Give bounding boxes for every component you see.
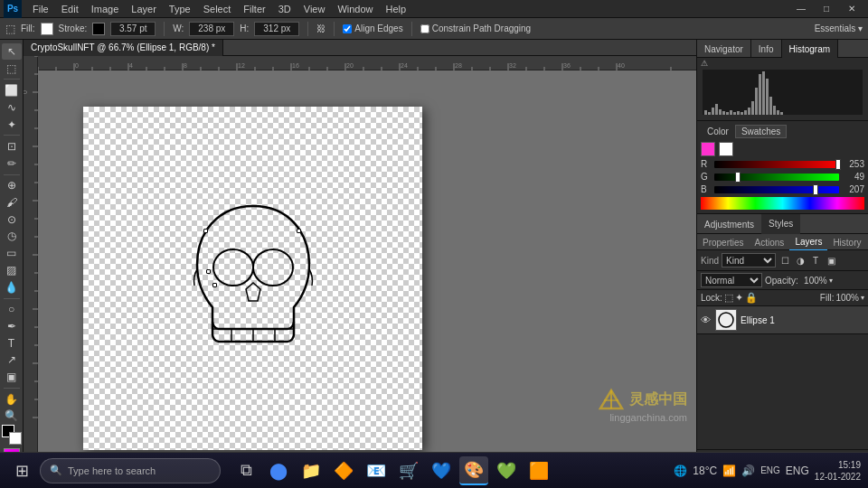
background-color-indicator[interactable]	[719, 142, 733, 156]
taskbar-app-photoshop[interactable]: 🎨	[459, 456, 488, 485]
taskbar-app-orange[interactable]: 🟧	[524, 456, 553, 485]
taskbar-app-explorer[interactable]: 📁	[297, 456, 326, 485]
close-button[interactable]: ✕	[839, 0, 864, 18]
taskbar-app-mail[interactable]: 📧	[362, 456, 391, 485]
tab-layers[interactable]: Layers	[789, 234, 827, 250]
foreground-color-indicator[interactable]	[701, 142, 715, 156]
crop-tool[interactable]: ⊡	[2, 138, 22, 155]
minimize-button[interactable]: —	[788, 0, 814, 18]
clone-tool[interactable]: ⊙	[2, 211, 22, 228]
menu-3d[interactable]: 3D	[273, 0, 297, 18]
active-document-tab[interactable]: CryptoSkullNFT @ 66.7% (Ellipse 1, RGB/8…	[24, 40, 223, 56]
separator-2	[307, 22, 308, 36]
eyedropper-tool[interactable]: ✏	[2, 155, 22, 172]
taskbar-app-task-view[interactable]: ⧉	[231, 456, 260, 485]
gradient-tool[interactable]: ▨	[2, 262, 22, 278]
blend-mode-select[interactable]: Normal	[701, 273, 762, 287]
date-display: 12-01-2022	[815, 471, 861, 483]
pen-tool[interactable]: ✒	[2, 318, 22, 334]
taskbar-app-firefox[interactable]: 🔶	[329, 456, 358, 485]
menu-file[interactable]: File	[27, 0, 54, 18]
color-sliders: R 253 G 49	[701, 159, 864, 194]
menu-image[interactable]: Image	[86, 0, 125, 18]
zoom-tool[interactable]: 🔍	[2, 408, 22, 424]
tab-history[interactable]: History	[827, 234, 866, 250]
lock-all-btn[interactable]: 🔒	[745, 292, 758, 304]
menu-layer[interactable]: Layer	[126, 0, 162, 18]
lock-position-btn[interactable]: ✦	[735, 292, 743, 304]
b-label: B	[701, 184, 712, 194]
menu-edit[interactable]: Edit	[56, 0, 84, 18]
maximize-button[interactable]: □	[814, 0, 839, 18]
taskbar-app-blue[interactable]: 💙	[427, 456, 456, 485]
magic-wand-tool[interactable]: ✦	[2, 117, 22, 133]
color-spectrum[interactable]	[701, 197, 864, 210]
essentials-label: Essentials ▾	[815, 23, 863, 33]
filter-shape-btn[interactable]: ▣	[825, 254, 837, 267]
tab-swatches[interactable]: Swatches	[735, 125, 787, 138]
g-slider[interactable]	[714, 174, 839, 181]
path-point-4[interactable]	[297, 229, 301, 233]
tab-color[interactable]: Color	[701, 125, 735, 138]
dodge-tool[interactable]: ○	[2, 301, 22, 317]
menu-view[interactable]: View	[298, 0, 331, 18]
lasso-tool[interactable]: ∿	[2, 99, 22, 116]
menu-help[interactable]: Help	[381, 0, 412, 18]
tab-actions[interactable]: Actions	[750, 234, 790, 250]
path-point-3[interactable]	[212, 283, 217, 287]
layer-visibility-icon[interactable]: 👁	[701, 314, 712, 325]
constrain-path-option[interactable]: Constrain Path Dragging	[420, 23, 532, 33]
healing-tool[interactable]: ⊕	[2, 177, 22, 193]
fill-value: 100%	[835, 293, 859, 303]
tab-properties[interactable]: Properties	[697, 234, 750, 250]
path-tool[interactable]: ↗	[2, 352, 22, 368]
layer-item-ellipse1[interactable]: 👁 Ellipse 1	[697, 306, 868, 334]
stroke-color-swatch[interactable]	[92, 23, 105, 35]
background-color[interactable]	[9, 432, 22, 445]
width-input[interactable]	[189, 22, 234, 36]
search-icon: 🔍	[50, 465, 62, 476]
menu-select[interactable]: Select	[198, 0, 237, 18]
stroke-size-input[interactable]	[110, 22, 156, 36]
artboard-tool[interactable]: ⬚	[2, 61, 22, 77]
menu-type[interactable]: Type	[164, 0, 196, 18]
text-tool[interactable]: T	[2, 335, 22, 352]
path-point-1[interactable]	[203, 229, 208, 233]
taskbar-app-store[interactable]: 🛒	[394, 456, 423, 485]
filter-pixel-btn[interactable]: ☐	[778, 254, 791, 267]
filter-type-btn[interactable]: T	[809, 254, 822, 267]
kind-select[interactable]: Kind	[722, 253, 776, 267]
brush-tool[interactable]: 🖌	[2, 194, 22, 211]
taskbar-app-green[interactable]: 💚	[492, 456, 521, 485]
b-slider[interactable]	[714, 186, 839, 193]
fill-section: Fill: 100% ▾	[820, 293, 864, 303]
taskbar-app-chrome[interactable]: ⬤	[264, 456, 293, 485]
height-input[interactable]	[254, 22, 299, 36]
opacity-row: Opacity: 100% ▾	[765, 276, 833, 286]
tab-styles[interactable]: Styles	[761, 214, 800, 234]
hand-tool[interactable]: ✋	[2, 391, 22, 408]
separator-1	[164, 22, 165, 36]
start-button[interactable]: ⊞	[7, 456, 36, 485]
tab-info[interactable]: Info	[751, 40, 782, 58]
menu-window[interactable]: Window	[332, 0, 378, 18]
tab-navigator[interactable]: Navigator	[697, 40, 751, 58]
foreground-background-colors[interactable]	[2, 425, 22, 445]
r-slider[interactable]	[714, 161, 839, 168]
eraser-tool[interactable]: ▭	[2, 245, 22, 261]
shape-tool[interactable]: ▣	[2, 369, 22, 385]
taskbar-search[interactable]: 🔍 Type here to search	[40, 458, 221, 483]
history-tool[interactable]: ◷	[2, 229, 22, 245]
ruler-top-ticks: 0 4 8 12 16 20	[38, 56, 696, 70]
filter-adjust-btn[interactable]: ◑	[794, 254, 807, 267]
tab-histogram[interactable]: Histogram	[782, 40, 839, 58]
blur-tool[interactable]: 💧	[2, 279, 22, 296]
tab-adjustments[interactable]: Adjustments	[697, 214, 761, 234]
move-tool[interactable]: ↖	[2, 43, 22, 60]
lock-pixels-btn[interactable]: ⬚	[724, 292, 733, 304]
fill-color-swatch[interactable]	[41, 23, 53, 35]
align-edges-option[interactable]: Align Edges	[343, 23, 402, 33]
menu-filter[interactable]: Filter	[238, 0, 270, 18]
marquee-tool[interactable]: ⬜	[2, 82, 22, 99]
path-point-2[interactable]	[206, 269, 211, 274]
